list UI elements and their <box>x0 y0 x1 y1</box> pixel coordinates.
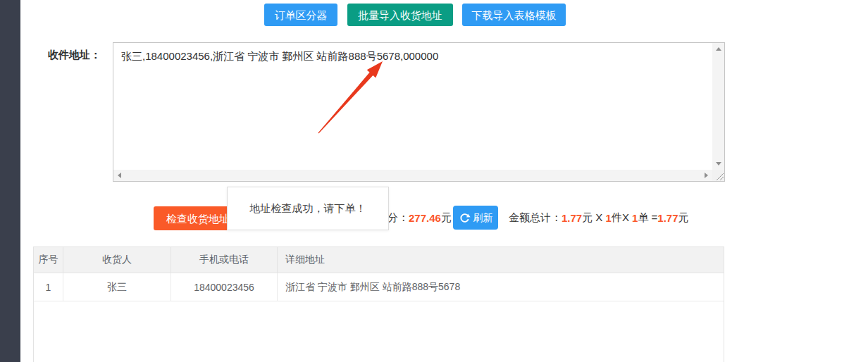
header-index: 序号 <box>34 247 63 273</box>
points-prefix: 分： <box>388 211 409 225</box>
cell-receiver: 张三 <box>63 273 171 301</box>
pieces-count: 1 <box>606 212 612 224</box>
refresh-label: 刷新 <box>473 213 493 223</box>
points-balance: 分：277.46元 <box>388 206 452 230</box>
address-table: 序号 收货人 手机或电话 详细地址 1 张三 18400023456 浙江省 宁… <box>33 246 724 362</box>
address-textarea[interactable]: 张三,18400023456,浙江省 宁波市 鄞州区 站前路888号5678,0… <box>113 42 725 182</box>
unit-price: 1.77 <box>562 212 582 224</box>
total-sep4: 元 <box>678 211 689 225</box>
header-phone: 手机或电话 <box>171 247 278 273</box>
address-check-success-popup: 地址检查成功，请下单！ <box>227 187 389 230</box>
total-label: 金额总计： <box>509 211 562 225</box>
refresh-icon <box>459 212 471 224</box>
resize-grip[interactable] <box>712 170 724 181</box>
recipient-address-label: 收件地址： <box>48 49 101 62</box>
refresh-button[interactable]: 刷新 <box>453 206 498 230</box>
popup-message: 地址检查成功，请下单！ <box>250 202 366 216</box>
header-receiver: 收货人 <box>63 247 171 273</box>
order-splitter-button[interactable]: 订单区分器 <box>264 4 337 26</box>
total-sep2: 件X <box>612 211 632 225</box>
total-sep1: 元 X <box>582 211 605 225</box>
scroll-left-icon[interactable] <box>118 173 121 178</box>
points-value: 277.46 <box>409 212 441 224</box>
table-row: 1 张三 18400023456 浙江省 宁波市 鄞州区 站前路888号5678 <box>34 273 724 301</box>
cell-address: 浙江省 宁波市 鄞州区 站前路888号5678 <box>278 273 724 301</box>
cell-index: 1 <box>34 273 63 301</box>
vertical-scrollbar[interactable] <box>712 43 724 170</box>
total-price: 1.77 <box>657 212 678 224</box>
table-header-row: 序号 收货人 手机或电话 详细地址 <box>34 247 724 273</box>
scroll-right-icon[interactable] <box>705 173 708 178</box>
left-edge-strip <box>0 0 20 362</box>
header-address: 详细地址 <box>278 247 724 273</box>
scroll-up-icon[interactable] <box>716 47 721 51</box>
resize-grip-icon <box>715 172 724 181</box>
total-sep3: 单 = <box>638 211 657 225</box>
horizontal-scrollbar[interactable] <box>113 170 712 181</box>
orders-count: 1 <box>632 212 638 224</box>
address-textarea-value: 张三,18400023456,浙江省 宁波市 鄞州区 站前路888号5678,0… <box>121 49 706 63</box>
download-template-button[interactable]: 下载导入表格模板 <box>462 4 566 26</box>
points-unit: 元 <box>441 211 452 225</box>
scroll-down-icon[interactable] <box>716 162 721 166</box>
batch-import-address-button[interactable]: 批量导入收货地址 <box>347 4 453 26</box>
cell-phone: 18400023456 <box>171 273 278 301</box>
amount-total: 金额总计：1.77元 X 1件X 1单 =1.77元 <box>509 206 689 230</box>
